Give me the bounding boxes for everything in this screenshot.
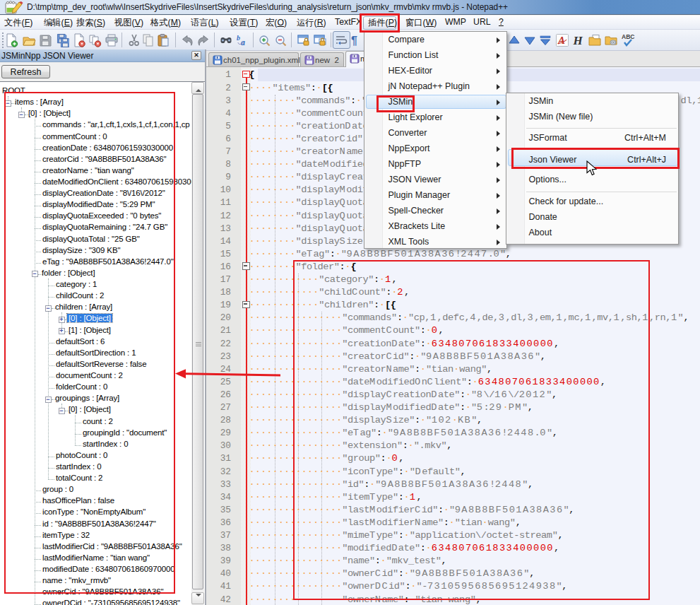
svg-text:H: H <box>572 34 583 47</box>
svg-text:b: b <box>237 34 240 42</box>
svg-text:¶: ¶ <box>351 35 357 47</box>
svg-text:A: A <box>557 35 565 46</box>
svg-text:ABC: ABC <box>622 33 634 40</box>
